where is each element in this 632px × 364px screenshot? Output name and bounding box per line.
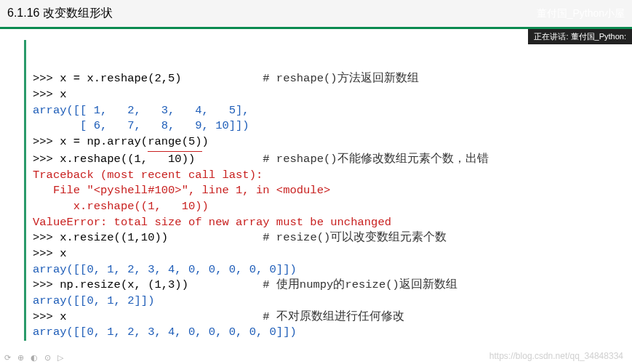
code-line: >>> x.reshape((1, 10)) <box>33 153 263 166</box>
code-line: >>> x = x.reshape(2,5) <box>33 72 263 85</box>
error-line: x.reshape((1, 10)) <box>33 200 209 213</box>
accent-bar <box>24 40 26 341</box>
code-line: >>> x <box>33 310 263 323</box>
error-line: Traceback (most recent call last): <box>33 169 263 182</box>
error-line: File "<pyshell#100>", line 1, in <module… <box>33 184 330 197</box>
code-comment: # 使用numpy的resize()返回新数组 <box>263 278 457 291</box>
code-line: >>> x <box>33 247 67 260</box>
slide-title: 6.1.16 改变数组形状 <box>7 6 113 21</box>
code-line: >>> np.resize(x, (1,3)) <box>33 278 263 291</box>
slide-header: 6.1.16 改变数组形状 董付国_Python小屋 <box>0 0 632 29</box>
code-comment: # resize()可以改变数组元素个数 <box>263 231 447 244</box>
code-block: >>> x = x.reshape(2,5) # reshape()方法返回新数… <box>0 29 632 348</box>
error-line: ValueError: total size of new array must… <box>33 216 391 229</box>
code-line: >>> x <box>33 88 67 101</box>
code-line: ) <box>202 135 209 148</box>
code-comment: # reshape()不能修改数组元素个数，出错 <box>263 153 488 166</box>
footer-icons: ⟳ ⊕ ◐ ⊙ ▷ <box>4 353 65 363</box>
output-line: array([[0, 1, 2]]) <box>33 294 154 307</box>
output-line: [ 6, 7, 8, 9, 10]]) <box>33 119 249 132</box>
output-line: array([[0, 1, 2, 3, 4, 0, 0, 0, 0, 0]]) <box>33 325 297 339</box>
output-line: array([[ 1, 2, 3, 4, 5], <box>33 104 249 117</box>
author-label: 董付国_Python小屋 <box>537 7 625 20</box>
output-line: array([[0, 1, 2, 3, 4, 0, 0, 0, 0, 0]]) <box>33 263 297 276</box>
code-line: >>> x = np.array( <box>33 135 148 148</box>
code-line: >>> x.resize((1,10)) <box>33 231 263 244</box>
code-comment: # reshape()方法返回新数组 <box>263 72 418 85</box>
watermark: https://blog.csdn.net/qq_34848334 <box>489 351 623 361</box>
code-comment: # 不对原数组进行任何修改 <box>263 310 404 323</box>
underlined-text: range(5) <box>148 134 201 152</box>
